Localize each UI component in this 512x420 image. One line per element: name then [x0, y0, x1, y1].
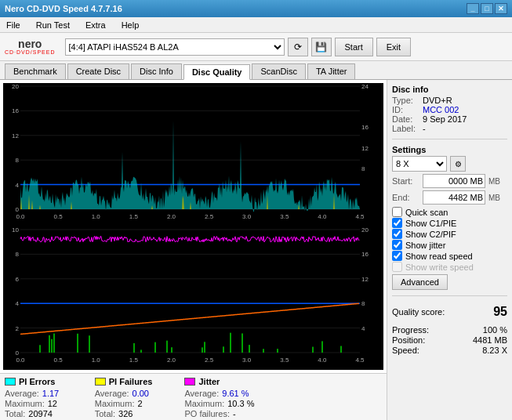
refresh-button[interactable]: ⟳	[288, 38, 308, 56]
jitter-po-label: PO failures:	[184, 409, 229, 418]
menu-bar: File Run Test Extra Help	[0, 17, 512, 33]
settings-title: Settings	[392, 145, 507, 154]
show-jitter-checkbox[interactable]	[392, 240, 402, 250]
tab-disc-quality[interactable]: Disc Quality	[183, 64, 251, 80]
show-c2pif-checkbox[interactable]	[392, 229, 402, 239]
pi-failures-max-row: Maximum: 2	[95, 399, 169, 408]
progress-value: 100 %	[483, 325, 507, 335]
settings-icon-btn[interactable]: ⚙	[450, 156, 466, 172]
quality-score-label: Quality score:	[392, 307, 445, 317]
speed-row-progress: Speed: 8.23 X	[392, 346, 507, 355]
nero-text: nero	[18, 38, 42, 49]
jitter-avg-row: Average: 9.61 %	[184, 389, 263, 398]
stats-bar: PI Errors Average: 1.17 Maximum: 12 Tota…	[0, 373, 387, 420]
disc-info-section: Disc info Type: DVD+R ID: MCC 002 Date: …	[392, 85, 507, 133]
end-mb-input[interactable]	[423, 190, 485, 205]
position-label: Position:	[392, 335, 425, 345]
tab-benchmark[interactable]: Benchmark	[5, 63, 66, 79]
toolbar: nero CD·DVD/SPEED [4:4] ATAPI iHAS524 B …	[0, 33, 512, 61]
start-mb-row: Start: MB	[392, 174, 507, 188]
maximize-button[interactable]: □	[481, 3, 493, 14]
jitter-max-row: Maximum: 10.3 %	[184, 399, 263, 408]
right-panel: Disc info Type: DVD+R ID: MCC 002 Date: …	[387, 80, 512, 420]
close-button[interactable]: ✕	[495, 3, 507, 14]
show-c1pie-label: Show C1/PIE	[405, 219, 456, 228]
pi-errors-max-label: Maximum:	[5, 399, 45, 408]
quality-score-row: Quality score: 95	[392, 305, 507, 319]
show-c2pif-row: Show C2/PIF	[392, 229, 507, 239]
quick-scan-checkbox[interactable]	[392, 207, 402, 217]
show-write-speed-row: Show write speed	[392, 262, 507, 272]
jitter-po-value: -	[233, 409, 264, 418]
start-mb-label: Start:	[392, 176, 419, 186]
jitter-color	[184, 378, 195, 386]
tab-create-disc[interactable]: Create Disc	[67, 63, 129, 79]
pi-errors-label: PI Errors	[19, 377, 55, 386]
show-read-speed-label: Show read speed	[405, 252, 473, 261]
position-value: 4481 MB	[473, 335, 507, 345]
show-c1pie-checkbox[interactable]	[392, 218, 402, 228]
speed-value: 8.23 X	[482, 346, 507, 355]
divider-2	[392, 295, 507, 296]
advanced-button[interactable]: Advanced	[392, 274, 448, 290]
pi-failures-total-label: Total:	[95, 409, 115, 418]
position-row: Position: 4481 MB	[392, 335, 507, 345]
start-mb-unit: MB	[488, 177, 500, 186]
tab-ta-jitter[interactable]: TA Jitter	[307, 63, 356, 79]
menu-file[interactable]: File	[3, 19, 24, 31]
disc-date-value: 9 Sep 2017	[423, 114, 467, 124]
speed-select[interactable]: 8 X	[392, 156, 447, 172]
menu-run-test[interactable]: Run Test	[33, 19, 73, 31]
tab-disc-info[interactable]: Disc Info	[131, 63, 182, 79]
progress-label: Progress:	[392, 325, 429, 335]
speed-row: 8 X ⚙	[392, 156, 507, 172]
pi-errors-total-label: Total:	[5, 409, 25, 418]
jitter-header: Jitter	[184, 377, 263, 386]
drive-select[interactable]: [4:4] ATAPI iHAS524 B AL2A	[65, 38, 285, 56]
pi-failures-color	[95, 378, 106, 386]
disc-label-row: Label: -	[392, 124, 507, 133]
nero-logo: nero CD·DVD/SPEED	[5, 38, 56, 55]
divider-1	[392, 139, 507, 139]
start-mb-input[interactable]	[423, 174, 485, 188]
show-read-speed-row: Show read speed	[392, 251, 507, 261]
disc-date-label: Date:	[392, 114, 419, 124]
disc-id-row: ID: MCC 002	[392, 105, 507, 114]
jitter-avg-value: 9.61 %	[222, 389, 253, 398]
disc-id-label: ID:	[392, 105, 419, 114]
pi-errors-avg-row: Average: 1.17	[5, 389, 79, 398]
minimize-button[interactable]: _	[467, 3, 479, 14]
jitter-label: Jitter	[198, 377, 220, 386]
menu-help[interactable]: Help	[118, 19, 143, 31]
charts-area	[0, 80, 387, 373]
pi-errors-header: PI Errors	[5, 377, 79, 386]
disc-info-title: Disc info	[392, 85, 507, 94]
tabs: Benchmark Create Disc Disc Info Disc Qua…	[0, 61, 512, 80]
pi-failures-max-value: 2	[137, 399, 169, 408]
show-jitter-label: Show jitter	[405, 241, 445, 250]
end-mb-row: End: MB	[392, 190, 507, 205]
settings-section: Settings 8 X ⚙ Start: MB End: MB Quick s…	[392, 145, 507, 290]
tab-scan-disc[interactable]: ScanDisc	[252, 63, 305, 79]
pi-errors-avg-label: Average:	[5, 389, 39, 398]
end-mb-label: End:	[392, 193, 419, 202]
disc-date-row: Date: 9 Sep 2017	[392, 114, 507, 124]
quality-score-value: 95	[493, 305, 507, 319]
show-jitter-row: Show jitter	[392, 240, 507, 250]
jitter-avg-label: Average:	[184, 389, 219, 398]
disc-label-value: -	[423, 124, 426, 133]
jitter-po-row: PO failures: -	[184, 409, 263, 418]
exit-button[interactable]: Exit	[376, 38, 411, 56]
end-mb-unit: MB	[488, 194, 500, 202]
save-button[interactable]: 💾	[311, 38, 332, 56]
quick-scan-label: Quick scan	[405, 208, 448, 217]
menu-extra[interactable]: Extra	[82, 19, 109, 31]
charts-stats-area: PI Errors Average: 1.17 Maximum: 12 Tota…	[0, 80, 387, 420]
pi-errors-total-row: Total: 20974	[5, 409, 79, 418]
quick-scan-row: Quick scan	[392, 207, 507, 217]
progress-section: Progress: 100 % Position: 4481 MB Speed:…	[392, 325, 507, 356]
show-read-speed-checkbox[interactable]	[392, 251, 402, 261]
start-button[interactable]: Start	[335, 38, 373, 56]
pi-failures-avg-label: Average:	[95, 389, 129, 398]
speed-label: Speed:	[392, 346, 419, 355]
